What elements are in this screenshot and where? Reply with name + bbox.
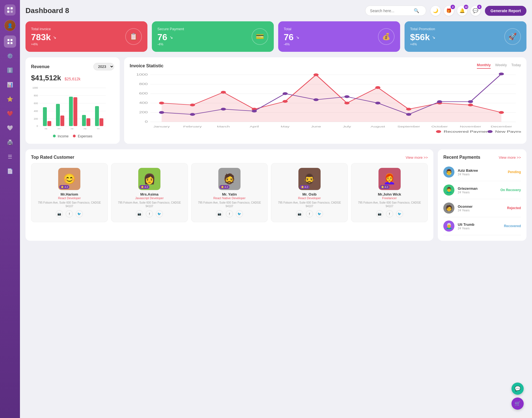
tab-today[interactable]: Today bbox=[511, 63, 521, 69]
stat-icon: 💰 bbox=[378, 28, 395, 45]
svg-text:June: June bbox=[311, 125, 321, 128]
generate-report-button[interactable]: Generate Report bbox=[485, 6, 526, 16]
instagram-icon[interactable]: 📷 bbox=[376, 210, 383, 217]
twitter-icon[interactable]: 🐦 bbox=[316, 210, 323, 217]
svg-rect-21 bbox=[47, 121, 51, 126]
instagram-icon[interactable]: 📷 bbox=[296, 210, 303, 217]
payments-view-more[interactable]: View more >> bbox=[499, 155, 521, 160]
sidebar-item-info[interactable]: ℹ️ bbox=[4, 64, 16, 76]
tab-weekly[interactable]: Weekly bbox=[495, 63, 507, 69]
sidebar-item-heart[interactable]: ❤️ bbox=[4, 107, 16, 120]
sidebar-item-dashboard[interactable] bbox=[4, 35, 16, 48]
twitter-icon[interactable]: 🐦 bbox=[156, 210, 163, 217]
facebook-icon[interactable]: f bbox=[146, 210, 153, 217]
customer-avatar: 😊 ⭐ 4.2 bbox=[58, 168, 80, 190]
invoice-card: Invoice Statistic Monthly Weekly Today 1… bbox=[124, 57, 526, 144]
stat-card-total-invoice: Total invoice 783k ↘ +4% 📋 bbox=[25, 21, 147, 52]
svg-text:May: May bbox=[281, 125, 290, 128]
expense-legend: Expenses bbox=[73, 134, 92, 138]
sidebar-item-settings[interactable]: ⚙️ bbox=[4, 50, 16, 62]
customers-card: Top Rated Customer View more >> 😊 ⭐ 4.2 … bbox=[25, 149, 433, 241]
cart-fab[interactable]: 🛒 bbox=[511, 398, 524, 410]
sidebar-item-star[interactable]: ⭐ bbox=[4, 93, 16, 105]
svg-text:07: 07 bbox=[58, 128, 60, 129]
dark-mode-toggle[interactable]: 🌙 bbox=[431, 6, 441, 16]
rating-badge: ⭐ 4.2 bbox=[139, 185, 149, 189]
year-select[interactable]: 202320222021 bbox=[93, 63, 114, 70]
facebook-icon[interactable]: f bbox=[226, 210, 233, 217]
svg-text:400: 400 bbox=[34, 110, 38, 112]
svg-rect-27 bbox=[86, 118, 90, 126]
tab-monthly[interactable]: Monthly bbox=[477, 63, 491, 69]
svg-rect-25 bbox=[73, 97, 77, 126]
svg-rect-3 bbox=[11, 11, 13, 13]
instagram-icon[interactable]: 📷 bbox=[136, 210, 143, 217]
chat-badge: 5 bbox=[477, 5, 482, 9]
svg-point-65 bbox=[313, 98, 319, 101]
support-fab[interactable]: 💬 bbox=[511, 383, 524, 395]
instagram-icon[interactable]: 📷 bbox=[56, 210, 63, 217]
svg-text:400: 400 bbox=[139, 101, 148, 104]
svg-text:06: 06 bbox=[45, 128, 47, 129]
customer-socials: 📷 f 🐦 bbox=[195, 210, 264, 217]
sidebar-item-menu[interactable]: ☰ bbox=[4, 151, 16, 163]
payments-list: 👨 Aziz Bakree 24 Years Pending 👨‍🦱 Griez… bbox=[443, 163, 521, 235]
customers-view-more[interactable]: View more >> bbox=[406, 155, 428, 160]
customers-title: Top Rated Customer bbox=[31, 155, 74, 160]
customer-role: Freelancer bbox=[355, 196, 424, 200]
svg-text:New Payment: New Payment bbox=[495, 130, 521, 133]
stat-value: 76 ↘ bbox=[284, 32, 299, 42]
search-bar[interactable]: 🔍 bbox=[365, 6, 426, 16]
revenue-amount: $41,512k bbox=[31, 74, 61, 82]
sidebar-logo[interactable] bbox=[4, 4, 16, 16]
invoice-chart: 1000 800 600 400 200 0 bbox=[130, 72, 521, 133]
customer-address: 795 Folsom Ave, Suite 600 San Francisco,… bbox=[355, 201, 424, 208]
svg-point-62 bbox=[221, 108, 226, 111]
revenue-card: Revenue 202320222021 $41,512k $25,612k bbox=[25, 57, 120, 144]
payment-status: Recovered bbox=[504, 224, 521, 228]
svg-text:April: April bbox=[250, 125, 259, 128]
svg-point-69 bbox=[437, 100, 442, 103]
stat-change: -4% bbox=[157, 42, 184, 46]
bottom-row: Top Rated Customer View more >> 😊 ⭐ 4.2 … bbox=[25, 149, 526, 241]
bell-icon-btn[interactable]: 🔔 12 bbox=[457, 6, 467, 16]
svg-rect-7 bbox=[11, 42, 12, 44]
sidebar-item-heart2[interactable]: 🤍 bbox=[4, 122, 16, 134]
sidebar-item-print[interactable]: 🖨️ bbox=[4, 136, 16, 148]
search-input[interactable] bbox=[370, 9, 411, 13]
facebook-icon[interactable]: f bbox=[386, 210, 393, 217]
customer-avatar: 👩‍🦰 ⭐ 4.2 bbox=[378, 168, 401, 190]
stat-value: 76 ↘ bbox=[157, 32, 184, 42]
twitter-icon[interactable]: 🐦 bbox=[396, 210, 403, 217]
gift-icon-btn[interactable]: 🎁 2 bbox=[444, 6, 454, 16]
svg-point-66 bbox=[344, 95, 350, 98]
stat-icon: 💳 bbox=[252, 28, 268, 45]
stat-change: +4% bbox=[410, 42, 435, 46]
customer-socials: 📷 f 🐦 bbox=[355, 210, 424, 217]
customers-header: Top Rated Customer View more >> bbox=[31, 155, 428, 160]
sidebar-item-docs[interactable]: 📄 bbox=[4, 165, 16, 177]
svg-point-68 bbox=[406, 113, 411, 116]
avatar[interactable]: 👤 bbox=[4, 20, 16, 31]
chat-icon-btn[interactable]: 💬 5 bbox=[470, 6, 480, 16]
rating-badge: ⭐ 4.2 bbox=[300, 185, 310, 189]
svg-point-64 bbox=[283, 92, 288, 95]
twitter-icon[interactable]: 🐦 bbox=[76, 210, 83, 217]
svg-rect-5 bbox=[11, 39, 12, 41]
payment-name: Aziz Bakree bbox=[458, 168, 505, 173]
svg-text:09: 09 bbox=[84, 128, 86, 129]
search-icon: 🔍 bbox=[414, 8, 419, 13]
twitter-icon[interactable]: 🐦 bbox=[236, 210, 243, 217]
facebook-icon[interactable]: f bbox=[66, 210, 73, 217]
facebook-icon[interactable]: f bbox=[306, 210, 313, 217]
svg-point-53 bbox=[313, 73, 319, 76]
customer-address: 795 Folsom Ave, Suite 600 San Francisco,… bbox=[115, 201, 184, 208]
svg-text:January: January bbox=[153, 125, 170, 128]
gift-badge: 2 bbox=[451, 5, 455, 9]
customer-card: 👩‍🦰 ⭐ 4.2 Mr.John Wick Freelancer 795 Fo… bbox=[351, 163, 428, 222]
payment-status: On Recovery bbox=[500, 188, 521, 192]
instagram-icon[interactable]: 📷 bbox=[216, 210, 223, 217]
svg-point-55 bbox=[375, 86, 380, 89]
sidebar-item-analytics[interactable]: 📊 bbox=[4, 79, 16, 91]
stat-card-secure-payment: Secure Payment 76 ↘ -4% 💳 bbox=[152, 21, 274, 52]
